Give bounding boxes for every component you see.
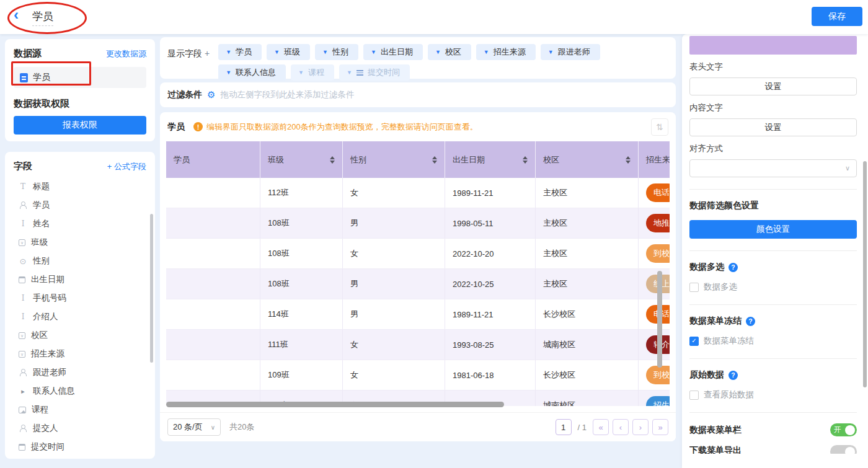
caret-down-icon[interactable]: ▼ (371, 49, 376, 55)
chip-label: 校区 (445, 46, 461, 58)
field-list-item[interactable]: 标题 (14, 177, 146, 196)
column-header[interactable]: 性别 (343, 141, 445, 178)
raw-data-checkbox-row[interactable]: ✓ 查看原始数据 (689, 389, 857, 400)
vertical-scrollbar[interactable] (657, 271, 662, 368)
pager-button[interactable]: » (652, 419, 668, 435)
sort-arrows-icon[interactable] (330, 156, 335, 164)
table-row[interactable]: 114班 男 1989-11-21 长沙校区 电话 (166, 299, 670, 330)
column-header[interactable]: 校区 (536, 141, 639, 178)
field-chip[interactable]: ▼ 课程 (291, 64, 334, 81)
column-header[interactable]: 班级 (260, 141, 343, 178)
warning-icon: ! (193, 122, 203, 131)
pager-button[interactable]: « (593, 419, 609, 435)
field-list-item[interactable]: 性别 (14, 252, 146, 270)
field-list-item[interactable]: 姓名 (14, 214, 146, 233)
field-list-item[interactable]: 提交人 (14, 419, 146, 438)
pager-button[interactable]: ‹ (613, 419, 629, 435)
field-list-item[interactable]: 跟进老师 (14, 363, 146, 382)
partial-setting-toggle[interactable] (830, 445, 857, 454)
caret-down-icon[interactable]: ▼ (226, 69, 231, 76)
sort-arrows-icon[interactable] (523, 156, 528, 164)
change-datasource-link[interactable]: 更改数据源 (106, 48, 146, 60)
save-button[interactable]: 保存 (812, 7, 862, 26)
field-label: 跟进老师 (33, 367, 66, 378)
caret-down-icon[interactable]: ▼ (298, 69, 304, 76)
caret-down-icon[interactable]: ▼ (347, 69, 352, 76)
source-badge: 招生 (646, 396, 670, 406)
field-list-item[interactable]: 学员 (14, 196, 146, 214)
field-chip[interactable]: ▼ 提交时间 (339, 64, 410, 81)
header-text-settings-button[interactable]: 设置 (689, 77, 857, 95)
help-icon[interactable]: ? (728, 263, 738, 272)
field-chip[interactable]: ▼ 跟进老师 (541, 44, 600, 60)
table-menu-toggle[interactable]: 开 (830, 423, 857, 436)
field-list-item[interactable]: 手机号码 (14, 289, 146, 307)
column-label: 校区 (543, 154, 559, 166)
checkbox-icon[interactable]: ✓ (689, 337, 699, 346)
field-chip[interactable]: ▼ 性别 (315, 44, 358, 60)
content-text-settings-button[interactable]: 设置 (689, 118, 857, 136)
table-row[interactable]: 108班 女 2022-10-20 主校区 到校 (166, 239, 670, 269)
multi-select-label: 数据多选 (689, 262, 724, 273)
pager-button[interactable]: › (632, 419, 649, 435)
field-chip[interactable]: ▼ 校区 (428, 44, 471, 60)
add-display-field-button[interactable]: + (205, 48, 210, 58)
caret-down-icon[interactable]: ▼ (548, 49, 554, 55)
menu-freeze-checkbox-row[interactable]: ✓ 数据菜单冻结 (689, 335, 857, 347)
field-list-item[interactable]: 介绍人 (14, 307, 146, 326)
field-list-item[interactable]: 课程 (14, 400, 146, 419)
field-list-item[interactable]: 提交时间 (14, 438, 146, 456)
field-chip[interactable]: ▼ 学员 (218, 44, 262, 60)
sort-toggle-button[interactable]: ⇅ (651, 118, 668, 136)
field-chip[interactable]: ▼ 招生来源 (476, 44, 536, 60)
chip-label: 招生来源 (494, 46, 526, 58)
add-formula-field-link[interactable]: + 公式字段 (107, 161, 146, 172)
cell-dob: 1993-08-25 (445, 330, 536, 360)
caret-down-icon[interactable]: ▼ (484, 49, 489, 55)
sort-arrows-icon[interactable] (626, 156, 631, 164)
page-size-select[interactable]: 20 条/页 ∨ (167, 418, 221, 436)
header-color-swatch[interactable] (689, 36, 857, 55)
field-list-item[interactable]: 联系人信息 (14, 382, 146, 400)
field-label: 课程 (32, 404, 48, 415)
field-label: 联系人信息 (33, 386, 75, 397)
field-list-item[interactable]: 出生日期 (14, 270, 146, 289)
cell-student (166, 178, 260, 208)
gear-icon[interactable]: ⚙ (207, 89, 215, 100)
table-row[interactable]: 109班 女 1981-06-18 长沙校区 到校 (166, 360, 670, 391)
display-fields-label: 显示字段 (167, 48, 202, 60)
settings-scrollbar[interactable] (863, 161, 867, 387)
field-list-item[interactable]: 招生来源 (14, 345, 146, 363)
column-header[interactable]: 出生日期 (445, 141, 536, 178)
source-badge: 到校 (646, 244, 670, 263)
column-header[interactable]: 学员 (166, 141, 260, 178)
field-list-item[interactable]: 校区 (14, 326, 146, 345)
column-header[interactable]: 招生来源 (639, 141, 670, 178)
fields-scrollbar[interactable] (150, 214, 153, 363)
multi-select-checkbox-row[interactable]: ✓ 数据多选 (689, 281, 857, 293)
sort-arrows-icon[interactable] (432, 156, 437, 164)
help-icon[interactable]: ? (728, 371, 738, 380)
table-row[interactable]: 108班 男 2022-10-25 主校区 线上 (166, 269, 670, 299)
datasource-item-selected[interactable]: 学员 (14, 67, 146, 88)
back-icon[interactable]: ‹ (14, 7, 19, 22)
checkbox-icon[interactable]: ✓ (689, 391, 699, 400)
field-list-item[interactable]: 班级 (14, 233, 146, 252)
help-icon[interactable]: ? (746, 317, 755, 326)
page-input[interactable]: 1 (556, 419, 572, 435)
field-chip[interactable]: ▼ 班级 (267, 44, 310, 60)
report-permission-button[interactable]: 报表权限 (14, 116, 146, 135)
field-chip[interactable]: ▼ 联系人信息 (218, 64, 286, 81)
table-row[interactable]: 108班 男 1998-05-11 主校区 地推 (166, 208, 670, 239)
caret-down-icon[interactable]: ▼ (322, 49, 328, 55)
color-settings-button[interactable]: 颜色设置 (689, 220, 857, 239)
horizontal-scrollbar[interactable] (166, 402, 504, 407)
checkbox-icon[interactable]: ✓ (689, 283, 699, 292)
table-row[interactable]: 112班 女 1989-11-21 主校区 电话 (166, 178, 670, 208)
align-select[interactable]: ∨ (689, 159, 857, 177)
caret-down-icon[interactable]: ▼ (435, 49, 441, 55)
table-row[interactable]: 111班 女 1993-08-25 城南校区 转介 (166, 330, 670, 360)
caret-down-icon[interactable]: ▼ (274, 49, 280, 55)
field-chip[interactable]: ▼ 出生日期 (363, 44, 423, 60)
caret-down-icon[interactable]: ▼ (226, 49, 231, 55)
